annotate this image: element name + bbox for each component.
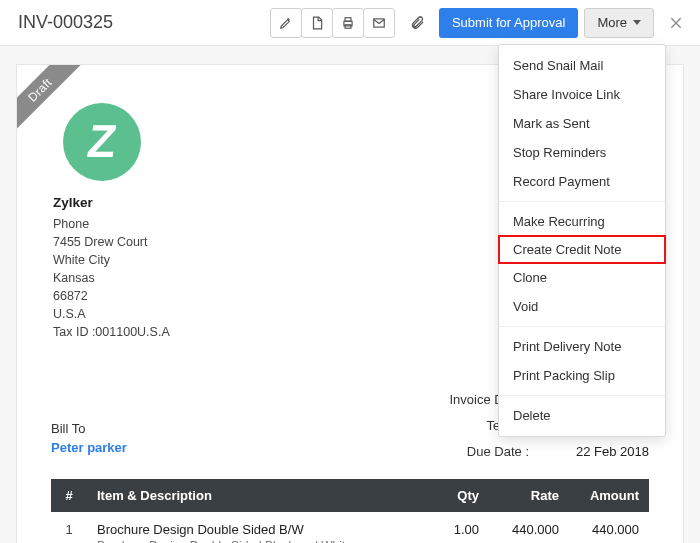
attach-button[interactable] [405,8,431,38]
mail-icon [372,16,386,30]
more-button[interactable]: More [584,8,654,38]
cell-amount: 440.000 [569,512,649,543]
cell-description: Brochure Design Double Sided B/WBrochure… [87,512,409,543]
menu-item-record-payment[interactable]: Record Payment [499,167,665,196]
meta-value: 22 Feb 2018 [539,439,649,465]
menu-item-create-credit-note[interactable]: Create Credit Note [499,236,665,263]
edit-button[interactable] [270,8,302,38]
cell-rate: 440.000 [489,512,569,543]
menu-item-void[interactable]: Void [499,292,665,321]
menu-item-mark-as-sent[interactable]: Mark as Sent [499,109,665,138]
close-button[interactable] [664,13,688,33]
page-title: INV-000325 [18,12,113,33]
cell-qty: 1.00 [409,512,489,543]
file-icon [310,16,324,30]
cell-number: 1 [51,512,87,543]
menu-item-print-delivery-note[interactable]: Print Delivery Note [499,332,665,361]
menu-item-print-packing-slip[interactable]: Print Packing Slip [499,361,665,390]
logo-letter: Z [84,114,120,168]
svg-rect-1 [345,17,351,21]
pdf-button[interactable] [301,8,333,38]
more-dropdown: Send Snail MailShare Invoice LinkMark as… [498,44,666,437]
close-icon [668,15,684,31]
col-description: Item & Description [87,479,409,512]
menu-item-share-invoice-link[interactable]: Share Invoice Link [499,80,665,109]
paperclip-icon [410,15,425,30]
menu-item-make-recurring[interactable]: Make Recurring [499,207,665,236]
col-rate: Rate [489,479,569,512]
bill-to-block: Bill To Peter parker [51,421,127,455]
printer-icon [341,16,355,30]
menu-item-delete[interactable]: Delete [499,401,665,430]
col-number: # [51,479,87,512]
print-button[interactable] [332,8,364,38]
menu-separator [499,395,665,396]
meta-key: Due Date : [389,439,539,465]
company-logo: Z [63,103,141,181]
col-qty: Qty [409,479,489,512]
line-items-table: # Item & Description Qty Rate Amount 1Br… [51,479,649,543]
meta-row: Due Date :22 Feb 2018 [389,439,649,465]
menu-item-send-snail-mail[interactable]: Send Snail Mail [499,51,665,80]
table-row: 1Brochure Design Double Sided B/WBrochur… [51,512,649,543]
pencil-icon [279,16,293,30]
toolbar-icon-group [270,8,395,38]
caret-down-icon [633,20,641,25]
bill-to-name[interactable]: Peter parker [51,440,127,455]
email-button[interactable] [363,8,395,38]
menu-separator [499,326,665,327]
menu-item-clone[interactable]: Clone [499,263,665,292]
col-amount: Amount [569,479,649,512]
menu-item-stop-reminders[interactable]: Stop Reminders [499,138,665,167]
submit-for-approval-button[interactable]: Submit for Approval [439,8,578,38]
menu-separator [499,201,665,202]
bill-to-label: Bill To [51,421,127,436]
more-button-label: More [597,15,627,30]
